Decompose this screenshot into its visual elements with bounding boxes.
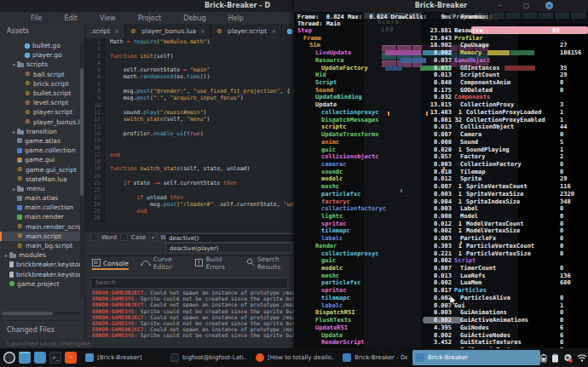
token: post: [164, 201, 177, 208]
taskbar-window-1[interactable]: [Brick-Breaker]: [82, 350, 162, 365]
assets-item-main.collection[interactable]: main.collection: [0, 203, 80, 212]
menu-item-file[interactable]: File: [31, 14, 42, 22]
property-name: Components: [454, 94, 490, 101]
tab-player_bonus.lua[interactable]: ⚙player_bonus.lua×: [125, 24, 211, 38]
property-value: 0: [560, 309, 563, 317]
assets-item-main.render_script[interactable]: ⚙main.render_script: [0, 222, 80, 232]
assets-item-ball.script[interactable]: ⚙ball.script: [0, 70, 80, 79]
find-input[interactable]: [165, 233, 295, 243]
hscroll-thumb[interactable]: [2, 312, 53, 315]
assets-item-game.gui[interactable]: game.gui: [0, 155, 80, 164]
battery-icon[interactable]: [540, 353, 547, 363]
wifi-icon[interactable]: [577, 353, 587, 362]
assets-item-main.render[interactable]: main.render: [0, 212, 80, 221]
console-tab-curve-editor[interactable]: Curve Editor: [141, 256, 184, 270]
assets-item-game.project[interactable]: game.project: [0, 279, 80, 289]
taskbar-window-2[interactable]: bigfoot@bigfoot-Lati...: [167, 350, 247, 365]
assets-item-brickbreaker.keystore.p[interactable]: brickbreaker.keystore.p: [0, 270, 80, 279]
find-suggestion[interactable]: deactive(player): [165, 243, 291, 253]
menu-item-edit[interactable]: Edit: [64, 14, 78, 22]
expander-icon[interactable]: ▸: [11, 186, 17, 192]
token: "acquire_input_focus": [170, 95, 239, 101]
scope-name: Step: [297, 27, 312, 35]
assets-item-menu[interactable]: ▸menu: [0, 184, 80, 193]
taskbar-window-4[interactable]: Brick-Breaker - Defold...: [339, 350, 407, 365]
minimize-button[interactable]: –: [499, 2, 502, 9]
profiler-row: collisionobjectc0.057Factory2: [294, 153, 588, 161]
code-text: function switch_state(self, state, unloa…: [105, 165, 250, 172]
vscroll-thumb[interactable]: [80, 68, 84, 196]
assets-item-player_bonus.lua[interactable]: ⚙player_bonus.lua: [0, 118, 80, 127]
expander-icon[interactable]: ▸: [3, 252, 9, 258]
clipboard-icon[interactable]: [551, 353, 559, 363]
assets-item-label: scripts: [26, 60, 48, 68]
assets-vscrollbar[interactable]: [80, 43, 84, 298]
case-checkbox[interactable]: [120, 233, 128, 241]
assets-item-player.script[interactable]: ⚙player.script: [0, 107, 80, 117]
assets-item-main.script[interactable]: ⚙main.script: [0, 232, 80, 241]
word-checkbox[interactable]: [90, 233, 98, 241]
assets-item-level.script[interactable]: ⚙level.script: [0, 98, 80, 107]
line-number: 12: [85, 116, 105, 123]
property-value: 600: [560, 279, 571, 287]
scope-ms: 0.002: [418, 295, 452, 302]
code-editor[interactable]: 1Math = require("modules.math")23functio…: [85, 38, 294, 231]
line-number: 19: [85, 165, 105, 172]
console-tab-build-errors[interactable]: Build Errors: [195, 256, 234, 270]
tab-close-icon[interactable]: ×: [200, 28, 205, 35]
expander-icon[interactable]: ▾: [11, 61, 17, 67]
taskbar-window-5[interactable]: Brick-Breaker: [412, 350, 540, 365]
menu-item-help[interactable]: Help: [228, 14, 244, 22]
tab-player.script[interactable]: ⚙player.script×: [211, 24, 282, 38]
scope-count: 1: [450, 191, 462, 198]
taskbar-window-3[interactable]: [How to totally deallo...: [252, 350, 334, 365]
file-manager-icon[interactable]: [19, 352, 31, 364]
assets-item-scripts[interactable]: ▾scripts: [0, 60, 80, 69]
console-tab-console[interactable]: Console: [92, 256, 129, 270]
assets-item-modules[interactable]: ▸modules: [0, 250, 80, 260]
tab-close-icon[interactable]: ×: [114, 28, 119, 35]
console-tab-search-results[interactable]: Search Results: [246, 256, 294, 270]
maximize-button[interactable]: ▢: [523, 2, 530, 9]
console-error-line: ERROR:GAMESYS: Sprite could not be creat…: [92, 295, 294, 301]
scope-ms: 0.002: [418, 257, 452, 265]
assets-item-game.gui_script[interactable]: ⚙game.gui_script: [0, 164, 80, 174]
terminal-icon[interactable]: >_: [49, 352, 61, 364]
profiler-row: UpdateFactory0.033GOInstances35: [294, 65, 588, 72]
token: "/music#main": [160, 109, 204, 116]
assets-item-stateMan.lua[interactable]: ⚙stateMan.lua: [0, 175, 80, 184]
assets-item-brick.script[interactable]: ⚙brick.script: [0, 79, 80, 89]
scope-count: 1: [450, 250, 462, 258]
app-menu-icon[interactable]: [3, 352, 15, 364]
menu-item-project[interactable]: Project: [138, 14, 161, 22]
assets-item-transition[interactable]: ▸transition: [0, 127, 80, 136]
assets-item-main.atlas[interactable]: main.atlas: [0, 193, 80, 203]
folder-icon[interactable]: [34, 352, 46, 364]
tab-close-icon[interactable]: ×: [271, 28, 276, 35]
assets-hscrollbar[interactable]: [2, 312, 80, 315]
assets-item-player.go[interactable]: player.go: [0, 50, 80, 60]
console-search-input[interactable]: [90, 278, 288, 289]
property-name: CollectionProxy: [460, 101, 514, 109]
assets-item-bullet.script[interactable]: ⚙bullet.script: [0, 89, 80, 98]
property-value: 89: [552, 27, 559, 35]
error-text: Sprite could not be created since the sp…: [137, 295, 294, 301]
menu-item-debug[interactable]: Debug: [183, 14, 205, 22]
notification-badge-icon[interactable]: [563, 353, 573, 363]
code-text: sound.play("/music#main"): [105, 109, 207, 116]
assets-item-brickbreaker.keystore[interactable]: brickbreaker.keystore: [0, 260, 80, 269]
close-button[interactable]: ✕: [545, 2, 553, 9]
code-line: 22: [85, 186, 294, 193]
assets-item-game.atlas[interactable]: game.atlas: [0, 136, 80, 146]
tab-.script[interactable]: .script×: [85, 24, 125, 38]
expander-icon[interactable]: ▸: [11, 129, 17, 135]
assets-item-main_bg.script[interactable]: ⚙main_bg.script: [0, 241, 80, 250]
wrap-checkbox[interactable]: ✓: [149, 233, 157, 241]
code-text: function init(self): [105, 53, 173, 60]
profiler-row: spritec0.0121ModelVertexCount0: [294, 221, 588, 228]
code-text: switch_state(self, "menu"): [105, 116, 210, 123]
assets-item-game.collection[interactable]: game.collection: [0, 146, 80, 155]
ubuntu-icon[interactable]: ◦: [65, 352, 77, 364]
assets-item-bullet.go[interactable]: bullet.go: [0, 41, 80, 50]
menu-item-view[interactable]: View: [100, 14, 116, 22]
